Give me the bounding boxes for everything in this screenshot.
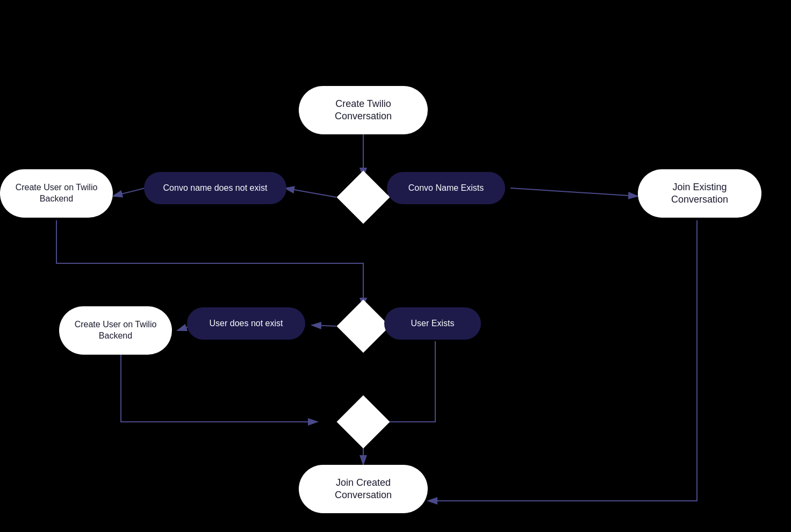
connections-svg [0,0,791,532]
diagram-container: Create Twilio Conversation Convo name do… [0,0,791,532]
svg-line-6 [510,188,638,196]
convo-not-exist-label: Convo name does not exist [163,183,268,194]
convo-exists-node: Convo Name Exists [387,172,505,204]
create-user-bottom-left-node: Create User on Twilio Backend [59,306,172,355]
create-twilio-conversation-node: Create Twilio Conversation [299,86,428,134]
user-not-exist-label: User does not exist [210,318,283,329]
user-not-exist-node: User does not exist [187,307,305,340]
user-exists-label: User Exists [411,318,455,329]
svg-line-5 [113,188,145,196]
user-exists-node: User Exists [384,307,481,340]
create-user-top-left-node: Create User on Twilio Backend [0,169,113,218]
convo-exists-label: Convo Name Exists [408,183,484,194]
diamond-1 [337,171,390,224]
diamond-2 [337,300,390,353]
join-created-conversation-node: Join Created Conversation [299,465,428,513]
diamond-3 [337,396,390,449]
create-user-bottom-left-label: Create User on Twilio Backend [74,319,157,342]
join-created-conversation-label: Join Created Conversation [314,477,413,502]
svg-line-3 [285,188,336,197]
join-existing-conversation-node: Join Existing Conversation [638,169,761,218]
svg-line-7 [312,325,336,326]
convo-not-exist-node: Convo name does not exist [144,172,286,204]
join-existing-conversation-label: Join Existing Conversation [653,181,746,206]
create-twilio-conversation-label: Create Twilio Conversation [314,98,413,123]
create-user-top-left-label: Create User on Twilio Backend [15,182,98,205]
